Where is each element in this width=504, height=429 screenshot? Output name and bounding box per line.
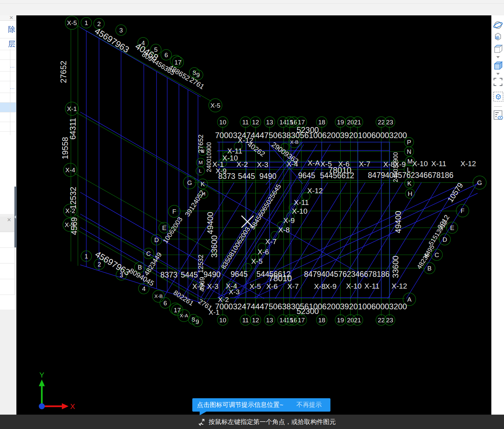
axis-bubble-label: M xyxy=(199,159,203,165)
cad-text: 9490 xyxy=(259,172,276,181)
axis-bubble-label: L xyxy=(199,168,202,174)
cad-text: X-7 xyxy=(287,282,299,291)
cad-text: 4569 xyxy=(70,217,79,235)
status-hint-text: 按鼠标左键指定第一个角点，或拾取构件图元 xyxy=(209,418,336,426)
close-icon[interactable]: ✕ xyxy=(7,217,11,223)
axis-bubble-label: X-1 xyxy=(67,105,77,112)
axis-bubble-label: X-4 xyxy=(65,167,75,174)
cad-text: X-10 xyxy=(292,207,307,215)
top-view-button[interactable] xyxy=(493,43,503,54)
panel-header: ✕ xyxy=(0,217,15,232)
cad-text: 9645 xyxy=(298,171,315,180)
dismiss-hint-button[interactable]: 不再提示 xyxy=(296,401,330,409)
axis-bubble-label: D xyxy=(442,236,447,243)
axis-bubble-label: 4 xyxy=(142,285,146,292)
pick-corner-icon xyxy=(197,418,205,426)
axis-bubble-label: G xyxy=(477,179,482,186)
axis-bubble-label: 12 xyxy=(252,119,259,126)
axis-bubble-label: F xyxy=(172,208,176,215)
axis-bubble-label: E xyxy=(450,224,455,231)
cad-viewport[interactable]: X-51234561789X-5X-1X-4X-2X-31234X-B617X-… xyxy=(0,0,504,429)
view-settings-button[interactable] xyxy=(493,109,503,121)
axis-bubble-label: 23 xyxy=(386,317,393,324)
more-button[interactable]: … xyxy=(0,81,16,93)
axis-bubble-label: 11 xyxy=(242,119,249,126)
cad-text: X-5 xyxy=(251,257,263,265)
dropdown-caret-icon[interactable] xyxy=(496,73,500,75)
region-select-button[interactable] xyxy=(493,77,503,87)
isolate-button[interactable] xyxy=(493,91,503,102)
axis-bubble-label: 13 xyxy=(266,317,273,324)
left-panel: ✕ 除 层 … … ✕ xyxy=(0,15,16,415)
dropdown-caret-icon[interactable] xyxy=(496,56,500,58)
axis-bubble-label: 10 xyxy=(219,119,226,126)
axis-bubble-label: X-5 xyxy=(67,19,77,26)
axis-bubble-label: 17 xyxy=(298,317,305,324)
cad-text: 240010900 xyxy=(206,142,212,172)
collapse-arrow-icon[interactable] xyxy=(14,215,16,219)
axis-bubble-label: 22 xyxy=(378,119,385,126)
cad-text: 64311 xyxy=(68,118,77,140)
close-icon[interactable]: ✕ xyxy=(9,15,13,20)
cad-text: 240010900 xyxy=(392,152,399,182)
axis-bubble-label: 22 xyxy=(378,317,385,324)
panel-secondary: ✕ xyxy=(0,217,15,310)
cad-text: X-7 xyxy=(265,237,277,246)
tooltip-message: 点击图标可调节提示信息位置~ xyxy=(192,401,283,409)
axis-bubble-label: N xyxy=(407,148,411,155)
axis-bubble-label: 21 xyxy=(354,317,361,324)
cad-text: 78010 xyxy=(328,166,351,175)
cad-text: X-6 xyxy=(258,248,269,256)
list-row[interactable] xyxy=(0,112,16,122)
cad-text: X-5 xyxy=(249,282,261,291)
axis-bubble-label: 13 xyxy=(266,119,273,126)
list-row[interactable] xyxy=(0,279,15,295)
cad-text: 8373 xyxy=(218,172,235,181)
orbit-icon xyxy=(493,20,503,30)
solid-view-button[interactable] xyxy=(493,60,503,71)
list-row[interactable] xyxy=(0,232,15,248)
list-row[interactable] xyxy=(0,50,16,60)
cad-text: X-7 xyxy=(359,160,370,168)
axis-bubble-label: 6 xyxy=(165,51,168,59)
3d-view-button[interactable]: 3D xyxy=(493,31,503,42)
cad-text: 19558 xyxy=(61,137,70,159)
axis-bubble-label: 1 xyxy=(85,19,88,26)
cad-text: 9645 xyxy=(230,270,247,279)
selected-row[interactable] xyxy=(0,103,16,112)
axis-bubble-label: K xyxy=(407,180,412,187)
axis-bubble-label: X-B xyxy=(154,293,163,299)
cad-text: 27652 xyxy=(197,134,204,153)
panel-splitter[interactable] xyxy=(14,187,17,247)
axis-bubble-label: 21 xyxy=(354,119,361,126)
orbit-view-button[interactable] xyxy=(493,20,503,30)
cad-text: 33600 xyxy=(210,235,219,258)
axis-bubble-label: 8 xyxy=(192,316,195,323)
axis-bubble-label: 11 xyxy=(242,317,249,324)
cad-text: X-10 xyxy=(222,154,238,162)
cad-text: X-11 xyxy=(431,159,446,168)
tooltip-tail xyxy=(200,411,207,415)
axis-bubble-label: X-B xyxy=(290,139,298,145)
axis-bubble-label: E xyxy=(162,224,167,231)
ucs-x-label: X xyxy=(70,402,75,411)
delete-button[interactable]: 除 xyxy=(0,21,16,38)
list-row[interactable] xyxy=(0,93,16,103)
cad-text: X-12 xyxy=(461,159,476,168)
axis-bubble-label: 3 xyxy=(119,27,123,34)
axis-bubble-label: K xyxy=(201,181,205,188)
more-button[interactable]: … xyxy=(0,60,16,72)
floor-button[interactable]: 层 xyxy=(0,38,16,50)
axis-bubble-label: 19 xyxy=(337,317,344,324)
region-select-icon xyxy=(493,77,503,87)
axis-bubble-label: A xyxy=(407,296,412,303)
list-row[interactable] xyxy=(0,248,15,263)
axis-bubble-label: X-5 xyxy=(210,102,220,109)
list-row[interactable] xyxy=(0,72,16,81)
list-row[interactable] xyxy=(0,122,16,132)
cad-text: X-6 xyxy=(266,282,278,291)
axis-bubble-label: 14 xyxy=(279,119,287,126)
cad-text: X-10 xyxy=(412,159,428,168)
list-row[interactable] xyxy=(0,263,15,279)
cad-text: X-11 xyxy=(294,198,309,207)
